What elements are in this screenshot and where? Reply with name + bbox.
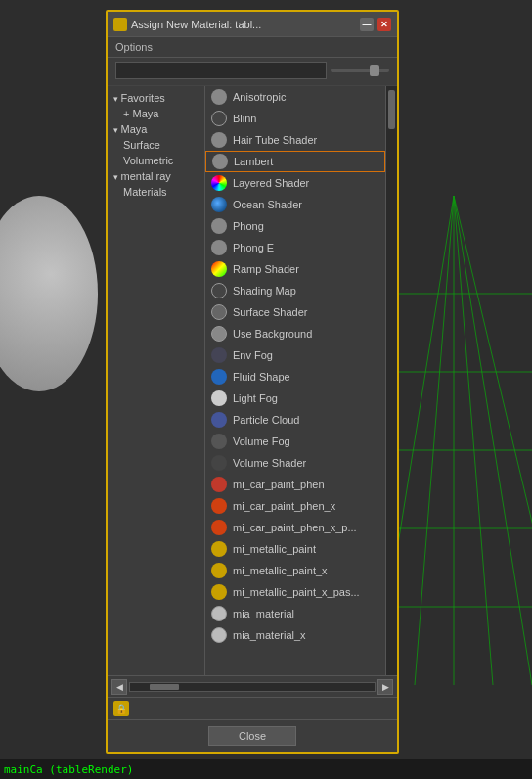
material-list-item[interactable]: mi_car_paint_phen_x_p...: [205, 517, 385, 538]
material-icon: [212, 154, 228, 169]
material-name: Hair Tube Shader: [233, 134, 317, 146]
material-name: mi_metallic_paint: [233, 543, 316, 555]
material-name: mi_car_paint_phen: [233, 479, 325, 490]
material-list-item[interactable]: Anisotropic: [205, 86, 385, 108]
close-button-bar: Close: [108, 719, 397, 752]
material-list-item[interactable]: Blinn: [205, 108, 385, 129]
material-list-item[interactable]: Ramp Shader: [205, 258, 385, 280]
slider-thumb: [370, 65, 379, 76]
title-bar: Assign New Material: tabl... — ✕: [108, 12, 397, 37]
material-list-item[interactable]: Surface Shader: [205, 301, 385, 323]
close-window-button[interactable]: ✕: [377, 18, 391, 31]
scene-sphere: [0, 196, 98, 391]
svg-line-3: [454, 196, 493, 685]
search-area: [108, 58, 397, 86]
material-list-item[interactable]: Fluid Shape: [205, 366, 385, 388]
material-list-item[interactable]: Volume Fog: [205, 431, 385, 452]
material-name: Shading Map: [233, 285, 296, 297]
tree-panel: Favorites Maya Maya Surface Volumetric m…: [108, 86, 205, 675]
vertical-scrollbar[interactable]: [385, 86, 397, 675]
material-icon: [211, 390, 227, 406]
material-list-item[interactable]: Lambert: [205, 151, 385, 172]
material-icon: [211, 606, 227, 621]
material-icon: [211, 627, 227, 643]
material-name: Surface Shader: [233, 306, 307, 318]
list-panel-wrapper: AnisotropicBlinnHair Tube ShaderLambertL…: [205, 86, 397, 675]
material-name: mi_car_paint_phen_x_p...: [233, 522, 357, 533]
material-name: mia_material: [233, 608, 294, 619]
material-list-item[interactable]: Light Fog: [205, 388, 385, 409]
material-name: Lambert: [234, 156, 273, 167]
material-list-item[interactable]: Layered Shader: [205, 172, 385, 194]
material-list-item[interactable]: mi_metallic_paint: [205, 538, 385, 560]
lock-area: 🔒: [108, 697, 397, 719]
scroll-thumb-h: [150, 684, 179, 690]
material-list-item[interactable]: Particle Cloud: [205, 409, 385, 431]
tree-item-maya-child[interactable]: Maya: [108, 106, 204, 121]
status-bar: mainCa (tableRender): [0, 759, 532, 779]
scroll-left-button[interactable]: ◀: [111, 679, 127, 695]
material-name: Env Fog: [233, 349, 273, 361]
horizontal-scrollbar-bar: ◀ ▶: [108, 675, 397, 697]
close-button[interactable]: Close: [208, 726, 296, 746]
material-name: mi_metallic_paint_x_pas...: [233, 586, 360, 598]
tree-item-surface[interactable]: Surface: [108, 137, 204, 153]
material-icon: [211, 132, 227, 148]
material-list-item[interactable]: Phong: [205, 215, 385, 237]
material-list-item[interactable]: mi_metallic_paint_x_pas...: [205, 581, 385, 603]
material-icon: [211, 261, 227, 277]
material-name: Volume Fog: [233, 435, 290, 447]
material-list-item[interactable]: Use Background: [205, 323, 385, 344]
material-name: Layered Shader: [233, 177, 309, 189]
scrollbar-thumb: [388, 90, 395, 129]
material-list-item[interactable]: mia_material_x: [205, 624, 385, 646]
material-list-item[interactable]: mi_car_paint_phen: [205, 474, 385, 495]
search-input[interactable]: [115, 62, 327, 79]
material-name: Ocean Shader: [233, 199, 302, 210]
scene-grid: [376, 98, 532, 685]
main-content: Favorites Maya Maya Surface Volumetric m…: [108, 86, 397, 675]
material-icon: [211, 197, 227, 212]
tree-item-favorites[interactable]: Favorites: [108, 90, 204, 106]
material-list-item[interactable]: mi_metallic_paint_x: [205, 560, 385, 581]
material-icon: [211, 347, 227, 363]
material-list-item[interactable]: Hair Tube Shader: [205, 129, 385, 151]
window-title: Assign New Material: tabl...: [131, 19, 356, 30]
material-icon: [211, 455, 227, 471]
material-list-item[interactable]: mia_material: [205, 603, 385, 624]
material-icon: [211, 520, 227, 535]
minimize-button[interactable]: —: [360, 18, 374, 31]
tree-item-mentalray[interactable]: mental ray: [108, 168, 204, 184]
material-icon: [211, 498, 227, 514]
material-icon: [211, 175, 227, 191]
material-list-item[interactable]: Shading Map: [205, 280, 385, 301]
scroll-right-button[interactable]: ▶: [377, 679, 393, 695]
assign-material-window: Assign New Material: tabl... — ✕ Options…: [106, 10, 399, 754]
material-icon: [211, 111, 227, 126]
material-list-item[interactable]: Phong E: [205, 237, 385, 258]
tree-item-volumetric[interactable]: Volumetric: [108, 153, 204, 168]
material-icon: [211, 541, 227, 557]
material-name: Light Fog: [233, 392, 278, 404]
material-name: Fluid Shape: [233, 371, 290, 383]
slider[interactable]: [331, 69, 389, 72]
material-name: Use Background: [233, 328, 312, 340]
material-icon: [211, 477, 227, 492]
lock-icon[interactable]: 🔒: [113, 701, 129, 716]
material-icon: [211, 240, 227, 255]
material-list-item[interactable]: Volume Shader: [205, 452, 385, 474]
material-name: Blinn: [233, 113, 256, 124]
material-name: Phong E: [233, 242, 274, 253]
material-name: Anisotropic: [233, 91, 286, 103]
material-name: Ramp Shader: [233, 263, 299, 275]
material-list-item[interactable]: Env Fog: [205, 344, 385, 366]
material-name: Volume Shader: [233, 457, 306, 469]
material-list-item[interactable]: Ocean Shader: [205, 194, 385, 215]
svg-line-4: [454, 196, 532, 685]
tree-item-maya[interactable]: Maya: [108, 121, 204, 137]
scroll-track-h[interactable]: [129, 682, 376, 692]
material-icon: [211, 326, 227, 342]
material-icon: [211, 563, 227, 578]
material-list-item[interactable]: mi_car_paint_phen_x: [205, 495, 385, 517]
tree-item-materials[interactable]: Materials: [108, 184, 204, 200]
